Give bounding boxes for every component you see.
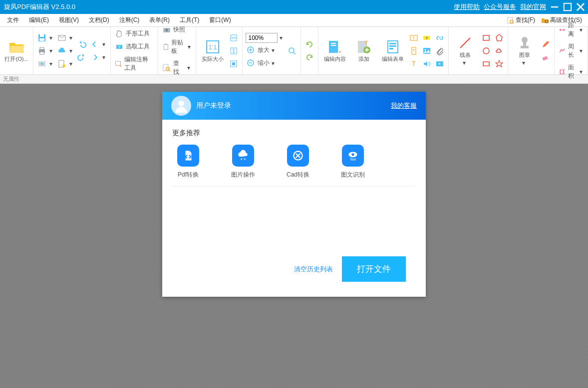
maximize-icon[interactable]	[563, 2, 572, 11]
perimeter-button[interactable]: 周长▾	[558, 41, 585, 60]
attribute-text: 无属性	[3, 76, 19, 82]
menu-view[interactable]: 视图(V)	[54, 14, 84, 26]
add-button[interactable]: T添加	[350, 39, 377, 62]
open-button[interactable]: 打开(O)...	[3, 39, 30, 62]
text-free-icon[interactable]: T	[408, 58, 419, 69]
mail-icon[interactable]	[56, 32, 67, 43]
svg-rect-46	[389, 43, 396, 44]
svg-point-23	[165, 28, 168, 31]
scan-icon[interactable]	[36, 58, 47, 69]
svg-rect-9	[40, 34, 44, 37]
line-icon	[457, 35, 473, 51]
edit-form-button[interactable]: 编辑表单	[379, 39, 406, 62]
rect2-icon[interactable]	[481, 58, 492, 69]
folder-search-icon	[541, 16, 549, 24]
menu-file[interactable]: 文件	[2, 14, 24, 26]
welcome-card: 用户未登录 我的客服 更多推荐 Pdf转换 图片操作 Cad转换	[162, 92, 426, 297]
zoom-in-button[interactable]: 放大▾	[246, 45, 285, 56]
text-box-icon[interactable]: T	[408, 32, 419, 43]
eraser-icon[interactable]	[540, 52, 551, 63]
svg-rect-12	[40, 47, 44, 49]
rotate-cw-icon[interactable]	[304, 52, 315, 63]
save-icon[interactable]	[36, 32, 47, 43]
area-button[interactable]: 面积▾	[558, 62, 585, 81]
snapshot-button[interactable]: 快照	[161, 24, 193, 35]
undo-dd-icon[interactable]	[89, 39, 100, 50]
card-header: 用户未登录 我的客服	[162, 92, 426, 120]
svg-rect-24	[164, 44, 168, 49]
minimize-icon[interactable]	[550, 2, 559, 11]
zoom-out-icon	[247, 59, 256, 68]
line-button[interactable]: 线条▾	[452, 35, 479, 66]
help-link[interactable]: 使用帮助	[454, 2, 480, 11]
svg-rect-60	[483, 35, 489, 40]
sound-icon[interactable]	[421, 58, 432, 69]
actual-size-icon: 1:1	[205, 39, 221, 55]
wechat-link[interactable]: 公众号服务	[484, 2, 516, 11]
close-icon[interactable]	[576, 2, 585, 11]
redo-icon[interactable]	[76, 52, 87, 63]
rect-icon[interactable]	[481, 32, 492, 43]
open-file-button[interactable]: 打开文件	[342, 256, 406, 282]
edit-content-button[interactable]: 编辑内容	[321, 39, 348, 62]
workspace: 用户未登录 我的客服 更多推荐 Pdf转换 图片操作 Cad转换	[0, 84, 588, 388]
select-tool-button[interactable]: T选取工具	[114, 41, 155, 52]
svg-point-61	[483, 48, 489, 54]
text-vbox-icon[interactable]: T	[408, 45, 419, 56]
poly-icon[interactable]	[494, 32, 505, 43]
star-icon[interactable]	[494, 58, 505, 69]
magnify-icon[interactable]	[287, 45, 297, 56]
rec-cad-convert[interactable]: Cad转换	[282, 145, 314, 179]
pencil-icon[interactable]	[540, 39, 551, 50]
hand-tool-button[interactable]: 手形工具	[114, 28, 155, 39]
menu-annot[interactable]: 注释(C)	[114, 14, 145, 26]
video-icon[interactable]	[434, 58, 445, 69]
svg-point-57	[425, 49, 426, 50]
annotate-icon	[115, 59, 122, 68]
cloud-shape-icon[interactable]	[494, 45, 505, 56]
find-button[interactable]: 查找(F)	[505, 15, 537, 25]
clear-history-link[interactable]: 清空历史列表	[294, 265, 333, 274]
svg-text:T: T	[412, 60, 416, 67]
camera-icon	[162, 25, 171, 34]
pdf-convert-icon	[177, 145, 199, 167]
fit-page-icon[interactable]	[228, 58, 239, 69]
circle-icon[interactable]	[481, 45, 492, 56]
print-icon[interactable]	[36, 45, 47, 56]
edit-content-icon	[327, 39, 343, 55]
highlight-icon[interactable]: T	[421, 32, 432, 43]
svg-rect-56	[423, 48, 430, 54]
cloud-icon[interactable]	[56, 45, 67, 56]
site-link[interactable]: 我的官网	[520, 2, 546, 11]
clipboard-button[interactable]: 剪贴板▾	[161, 37, 193, 56]
image-insert-icon[interactable]	[421, 45, 432, 56]
rec-image-ops[interactable]: 图片操作	[227, 145, 259, 179]
redo-dd-icon[interactable]	[89, 52, 100, 63]
menu-window[interactable]: 窗口(W)	[204, 14, 236, 26]
actual-size-button[interactable]: 1:1 实际大小	[199, 39, 226, 62]
zoom-input[interactable]	[246, 33, 278, 43]
link-icon[interactable]	[434, 32, 445, 43]
distance-button[interactable]: 距离▾	[558, 20, 585, 39]
my-service-link[interactable]: 我的客服	[391, 101, 417, 110]
cad-convert-icon	[287, 145, 309, 167]
svg-rect-21	[116, 61, 121, 65]
rec-pdf-convert[interactable]: Pdf转换	[172, 145, 204, 179]
new-doc-icon[interactable]	[56, 58, 67, 69]
rotate-ccw-icon[interactable]	[304, 39, 315, 50]
svg-text:T: T	[413, 36, 415, 40]
avatar[interactable]	[171, 96, 191, 116]
rec-ocr[interactable]: Text 图文识别	[337, 145, 369, 179]
annotate-tool-button[interactable]: 编辑注释工具	[114, 54, 155, 73]
toolbar-search-button[interactable]: 查找▾	[161, 58, 193, 77]
stamp-button[interactable]: 图章▾	[511, 35, 538, 66]
menu-doc[interactable]: 文档(D)	[84, 14, 114, 26]
attach-icon[interactable]	[434, 45, 445, 56]
zoom-out-button[interactable]: 缩小▾	[246, 58, 285, 69]
svg-rect-64	[523, 42, 526, 46]
svg-text:T: T	[413, 48, 415, 53]
fit-height-icon[interactable]	[228, 45, 239, 56]
fit-width-icon[interactable]	[228, 32, 239, 43]
undo-icon[interactable]	[76, 39, 87, 50]
menu-edit[interactable]: 编辑(E)	[24, 14, 54, 26]
